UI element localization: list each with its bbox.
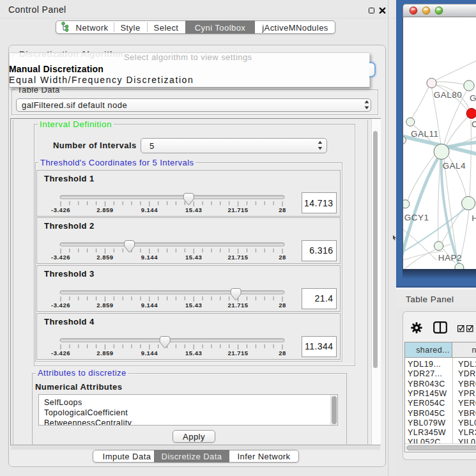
svg-text:GA: GA [470, 93, 476, 103]
svg-text:C: C [472, 119, 476, 129]
svg-text:GAL4: GAL4 [443, 161, 466, 171]
svg-text:15.43: 15.43 [185, 254, 202, 261]
svg-text:GCY1: GCY1 [404, 213, 429, 222]
svg-text:-3.426: -3.426 [51, 302, 70, 309]
svg-text:2.859: 2.859 [96, 206, 113, 213]
svg-text:28: 28 [279, 254, 286, 261]
svg-text:HAP2: HAP2 [438, 253, 462, 263]
svg-text:H: H [472, 213, 476, 223]
svg-text:15.43: 15.43 [185, 349, 202, 357]
svg-text:28: 28 [279, 349, 286, 357]
svg-text:15.43: 15.43 [185, 206, 202, 213]
svg-text:GAL80: GAL80 [434, 90, 463, 100]
svg-text:9.144: 9.144 [141, 206, 158, 213]
svg-text:15.43: 15.43 [185, 302, 202, 309]
svg-text:28: 28 [279, 302, 286, 309]
svg-text:2.859: 2.859 [96, 349, 113, 357]
svg-text:2.859: 2.859 [96, 254, 113, 261]
svg-text:-3.426: -3.426 [51, 254, 70, 261]
svg-text:9.144: 9.144 [141, 349, 158, 357]
svg-text:2.859: 2.859 [96, 302, 113, 309]
svg-text:28: 28 [279, 206, 286, 213]
svg-text:GAL11: GAL11 [411, 129, 439, 139]
svg-text:-3.426: -3.426 [51, 206, 70, 213]
svg-text:9.144: 9.144 [141, 302, 158, 309]
svg-text:21.715: 21.715 [228, 206, 249, 213]
svg-text:21.715: 21.715 [228, 349, 249, 357]
svg-text:21.715: 21.715 [228, 254, 249, 261]
svg-text:21.715: 21.715 [228, 302, 249, 309]
svg-text:-3.426: -3.426 [51, 349, 70, 357]
svg-text:9.144: 9.144 [141, 254, 158, 261]
